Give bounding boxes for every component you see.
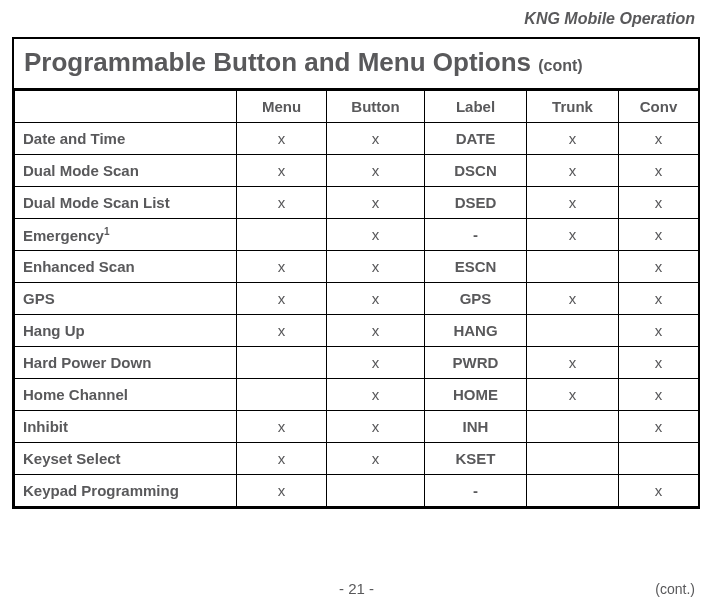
- menu-cell: x: [237, 475, 327, 507]
- trunk-cell: x: [527, 347, 619, 379]
- menu-cell: x: [237, 283, 327, 315]
- feature-cell: Date and Time: [15, 123, 237, 155]
- options-table-container: Programmable Button and Menu Options (co…: [12, 37, 700, 509]
- table-title-row: Programmable Button and Menu Options (co…: [14, 39, 698, 90]
- button-cell: x: [327, 411, 425, 443]
- conv-cell: x: [619, 315, 699, 347]
- feature-text: Home Channel: [23, 386, 128, 403]
- table-row: Date and TimexxDATExx: [15, 123, 699, 155]
- label-cell: INH: [425, 411, 527, 443]
- table-header-row: Menu Button Label Trunk Conv: [15, 91, 699, 123]
- trunk-cell: x: [527, 187, 619, 219]
- table-row: Keyset SelectxxKSET: [15, 443, 699, 475]
- trunk-cell: [527, 475, 619, 507]
- header-right-text: KNG Mobile Operation: [524, 10, 695, 28]
- col-menu: Menu: [237, 91, 327, 123]
- conv-cell: x: [619, 219, 699, 251]
- table-body: Date and TimexxDATExxDual Mode ScanxxDSC…: [15, 123, 699, 507]
- conv-cell: x: [619, 251, 699, 283]
- col-feature: [15, 91, 237, 123]
- conv-cell: x: [619, 283, 699, 315]
- button-cell: x: [327, 155, 425, 187]
- label-cell: DATE: [425, 123, 527, 155]
- trunk-cell: [527, 411, 619, 443]
- feature-text: Date and Time: [23, 130, 125, 147]
- trunk-cell: x: [527, 155, 619, 187]
- feature-cell: Keypad Programming: [15, 475, 237, 507]
- feature-text: Hang Up: [23, 322, 85, 339]
- feature-text: Inhibit: [23, 418, 68, 435]
- menu-cell: x: [237, 251, 327, 283]
- table-row: Emergency1x-xx: [15, 219, 699, 251]
- page-number: - 21 -: [339, 580, 374, 597]
- button-cell: x: [327, 379, 425, 411]
- feature-cell: Home Channel: [15, 379, 237, 411]
- trunk-cell: x: [527, 123, 619, 155]
- table-row: Keypad Programmingx-x: [15, 475, 699, 507]
- feature-cell: Enhanced Scan: [15, 251, 237, 283]
- feature-cell: Hang Up: [15, 315, 237, 347]
- button-cell: [327, 475, 425, 507]
- conv-cell: x: [619, 155, 699, 187]
- table-title-cont: (cont): [538, 57, 582, 74]
- conv-cell: x: [619, 187, 699, 219]
- conv-cell: x: [619, 123, 699, 155]
- feature-text: Keyset Select: [23, 450, 121, 467]
- col-label: Label: [425, 91, 527, 123]
- menu-cell: x: [237, 123, 327, 155]
- feature-text: Hard Power Down: [23, 354, 151, 371]
- button-cell: x: [327, 347, 425, 379]
- table-row: InhibitxxINHx: [15, 411, 699, 443]
- feature-text: Dual Mode Scan: [23, 162, 139, 179]
- table-row: Dual Mode Scan ListxxDSEDxx: [15, 187, 699, 219]
- button-cell: x: [327, 123, 425, 155]
- menu-cell: x: [237, 187, 327, 219]
- table-row: Home ChannelxHOMExx: [15, 379, 699, 411]
- feature-sup: 1: [104, 226, 110, 237]
- label-cell: GPS: [425, 283, 527, 315]
- menu-cell: x: [237, 443, 327, 475]
- trunk-cell: [527, 315, 619, 347]
- button-cell: x: [327, 251, 425, 283]
- feature-cell: GPS: [15, 283, 237, 315]
- options-table: Menu Button Label Trunk Conv Date and Ti…: [14, 90, 699, 507]
- feature-cell: Inhibit: [15, 411, 237, 443]
- trunk-cell: [527, 251, 619, 283]
- trunk-cell: x: [527, 283, 619, 315]
- footer-cont: (cont.): [655, 581, 695, 597]
- trunk-cell: [527, 443, 619, 475]
- menu-cell: [237, 379, 327, 411]
- col-conv: Conv: [619, 91, 699, 123]
- label-cell: HOME: [425, 379, 527, 411]
- button-cell: x: [327, 443, 425, 475]
- conv-cell: x: [619, 475, 699, 507]
- label-cell: DSCN: [425, 155, 527, 187]
- table-title-main: Programmable Button and Menu Options: [24, 47, 538, 77]
- col-button: Button: [327, 91, 425, 123]
- table-row: Dual Mode ScanxxDSCNxx: [15, 155, 699, 187]
- conv-cell: [619, 443, 699, 475]
- table-row: Hang UpxxHANGx: [15, 315, 699, 347]
- feature-cell: Keyset Select: [15, 443, 237, 475]
- label-cell: HANG: [425, 315, 527, 347]
- feature-cell: Hard Power Down: [15, 347, 237, 379]
- menu-cell: x: [237, 315, 327, 347]
- feature-text: Keypad Programming: [23, 482, 179, 499]
- menu-cell: x: [237, 155, 327, 187]
- menu-cell: [237, 219, 327, 251]
- trunk-cell: x: [527, 219, 619, 251]
- feature-text: GPS: [23, 290, 55, 307]
- menu-cell: x: [237, 411, 327, 443]
- feature-cell: Emergency1: [15, 219, 237, 251]
- label-cell: -: [425, 475, 527, 507]
- col-trunk: Trunk: [527, 91, 619, 123]
- table-row: GPSxxGPSxx: [15, 283, 699, 315]
- label-cell: -: [425, 219, 527, 251]
- label-cell: DSED: [425, 187, 527, 219]
- feature-text: Dual Mode Scan List: [23, 194, 170, 211]
- feature-cell: Dual Mode Scan List: [15, 187, 237, 219]
- menu-cell: [237, 347, 327, 379]
- label-cell: KSET: [425, 443, 527, 475]
- table-row: Hard Power DownxPWRDxx: [15, 347, 699, 379]
- trunk-cell: x: [527, 379, 619, 411]
